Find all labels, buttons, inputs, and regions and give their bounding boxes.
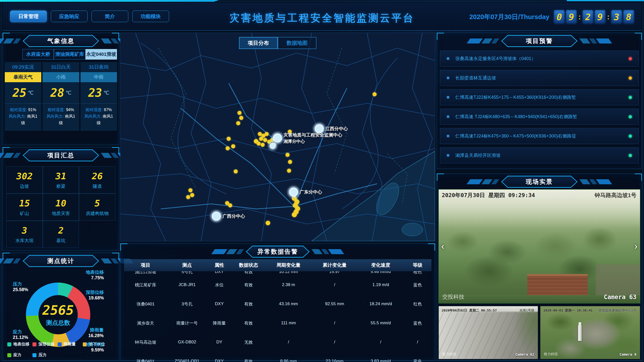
alerts-cell: 5号孔 (167, 271, 207, 275)
table-row[interactable]: 钟马高边坡GX-DB02DY无效//// (124, 333, 431, 352)
alerts-cell: 湄江口滑坡 (124, 271, 167, 275)
warning-list-item[interactable]: 湘潭县天易经开区滑坡 (440, 147, 639, 163)
alerts-cell: 10.12 mm (265, 271, 311, 274)
alerts-panel: 异常数据告警 项目测点属性数据状态周期变化量累计变化量变化速度等级 湄江口滑坡5… (120, 243, 435, 360)
nav-button-1[interactable]: 日常管理 (10, 11, 47, 22)
nav-button-3[interactable]: 简介 (92, 11, 128, 22)
status-dot-green (629, 115, 632, 118)
stat-label: 水库大坝 (15, 238, 33, 244)
stat-value: 31 (55, 171, 66, 181)
project-location-dot (188, 188, 192, 192)
donut-chart: 2565 测点总数 地表位移深部位移降雨量地下水位应力压力 地表位移7.75%深… (3, 267, 119, 358)
alerts-cell: 降雨量 (207, 320, 232, 326)
legend-label: 应力 (13, 352, 21, 358)
stat-桥梁: 31桥梁 (43, 166, 79, 194)
camera-brand-watermark: 致力科技 (544, 352, 558, 356)
map-tab-2[interactable]: 数据地图 (278, 37, 316, 49)
chart-callout-深部位移: 深部位移19.68% (86, 290, 104, 301)
carousel-prev-icon[interactable]: ‹ (441, 242, 444, 251)
star (621, 118, 621, 119)
weather-condition-chip: 小雨 (43, 72, 79, 82)
alerts-col-header: 数据状态 (232, 262, 265, 268)
map-marker-灾害地质与工程安全监测中心: 灾害地质与工程安全监测中心湘潭分中心 (273, 133, 282, 143)
alerts-cell: 有效 (232, 358, 265, 362)
star (636, 236, 637, 236)
star (232, 82, 233, 82)
legend-item-应力: 应力 (7, 352, 32, 358)
project-summary-title: 项目汇总 (23, 150, 99, 161)
header: 日常管理应急响应简介功能模块 灾害地质与工程安全智能监测云平台 2020年07月… (3, 3, 641, 31)
header-deco-right (581, 179, 610, 184)
weather-temperature: 25℃ (5, 82, 41, 104)
project-summary-panel: 项目汇总 302边坡31桥梁26隧道15矿山10地质灾害5房建构筑物3水库大坝2… (3, 147, 119, 251)
alerts-cell: 8.86 mm (265, 359, 311, 362)
alerts-cell: 钟马高边坡 (124, 339, 167, 345)
warning-list-item[interactable]: 长韶娄道林互通边坡 (440, 70, 639, 86)
alerts-cell: 雨量计一号 (167, 320, 207, 326)
alerts-cell: 2.38 m (265, 282, 311, 287)
stat-矿山: 15矿山 (6, 194, 43, 221)
project-location-dot (263, 138, 267, 142)
point-stats-panel: 测点统计 2565 测点总数 地表位移深部位移降雨量地下水位应力压力 地表位移7… (3, 253, 119, 360)
dashboard-root: 日常管理应急响应简介功能模块 灾害地质与工程安全智能监测云平台 2020年07月… (0, 0, 644, 362)
page-title: 灾害地质与工程安全智能监测云平台 (229, 11, 415, 25)
bullet-square-icon (447, 115, 449, 118)
alerts-cell: 桃江尾矿库 (124, 282, 167, 288)
stat-地质灾害: 10地质灾害 (43, 194, 79, 221)
star (0, 20, 1, 21)
camera-thumb-1[interactable]: 2020年06月02日 星期二 06:55:57 水坝1号坝 致力科技 Came… (438, 306, 538, 359)
camera-thumb-2[interactable]: 2020-06-01 星期一 10:36:41 荟底固体废物处理中心2号 致力科… (540, 306, 640, 359)
donut-ring: 2565 测点总数 (26, 283, 90, 347)
project-location-dot (259, 137, 263, 141)
map-tab-1[interactable]: 项目分布 (239, 37, 278, 49)
star (521, 65, 521, 65)
chart-callout-压力: 压力25.58% (13, 281, 28, 292)
alerts-cell: 23.16mm (311, 359, 357, 362)
project-summary-grid: 302边坡31桥梁26隧道15矿山10地质灾害5房建构筑物3水库大坝2基坑 (6, 166, 115, 248)
nav-button-4[interactable]: 功能模块 (132, 11, 169, 22)
table-row[interactable]: 湘乡壶天雨量计一号降雨量有效111 mm/55.5 mm/d蓝色 (124, 313, 431, 333)
weather-tab-3[interactable]: 永定0401滑坡 (86, 49, 117, 60)
alerts-cell: 水位 (207, 282, 232, 288)
table-row[interactable]: 张桑0401ZS0401-DB1DXY有效8.86 mm23.16mm3.83 … (124, 352, 431, 362)
alerts-cell: DXY (207, 271, 232, 274)
alerts-cell: 有效 (232, 320, 265, 326)
legend-swatch (58, 342, 62, 346)
clock-digit: 3 (611, 10, 622, 24)
clock-digit: 0 (554, 10, 565, 24)
alerts-table-body: 桃江尾矿库JCB-JR1水位有效2.38 m/1.19 m/d蓝色张桑04013… (124, 275, 431, 362)
stat-label: 边坡 (20, 183, 29, 189)
warnings-panel-title: 项目预警 (502, 35, 577, 47)
carousel-next-icon[interactable]: › (634, 242, 637, 251)
warning-list-item[interactable]: 仁博高速TJ24标K475+360～K475+500(K936+300)右侧路堤 (440, 128, 639, 144)
table-row[interactable]: 桃江尾矿库JCB-JR1水位有效2.38 m/1.19 m/d蓝色 (124, 275, 431, 294)
stat-房建构筑物: 5房建构筑物 (79, 194, 115, 221)
weather-tab-1[interactable]: 水府庙大桥 (22, 49, 54, 60)
table-row[interactable]: 张桑04013号孔DXY有效43.16 mm92.55 mm18.24 mm/d… (124, 294, 431, 313)
stat-value: 302 (16, 171, 33, 181)
camera-timestamp: 2020年07月30日 星期四 09:29:34 (442, 192, 535, 199)
main-camera-feed[interactable]: 2020年07月30日 星期四 09:29:34 钟马路高边坡1号 交投科技 C… (438, 189, 640, 303)
brick-building (527, 274, 588, 298)
alerts-cell: 3.83 mm/d (358, 359, 404, 362)
stat-value: 10 (55, 198, 66, 208)
alerts-cell: JCB-JR1 (167, 282, 207, 287)
stat-隧道: 26隧道 (79, 166, 115, 194)
weather-panel: 气象信息 水府庙大桥滑油洞尾矿库永定0401滑坡 09:29实况暴雨天气25℃相… (3, 33, 119, 145)
stat-value: 26 (92, 171, 103, 181)
clock-digit: 2 (583, 10, 593, 24)
legend-label: 深部位移 (38, 342, 55, 347)
alerts-cell: / (311, 282, 357, 287)
weather-tab-2[interactable]: 滑油洞尾矿库 (54, 49, 85, 60)
warning-list-item[interactable]: 张桑高速永定服务区4号滑坡体（0401） (440, 51, 639, 67)
warning-list-item[interactable]: 仁博高速TJ22标K455+175～K455+360(K916+200)右侧路堑 (440, 89, 639, 105)
legend-item-降雨量: 降雨量 (58, 342, 83, 347)
star (467, 323, 467, 323)
camera-brand-watermark: 致力科技 (442, 352, 456, 356)
camera-site-label: 水坝1号坝 (519, 308, 534, 313)
stat-label: 矿山 (20, 210, 29, 216)
warning-list-item[interactable]: 仁博高速 TJ24标K480+635～K480+940(K941+650)右侧路… (440, 109, 639, 125)
legend-swatch (32, 342, 36, 346)
project-location-dot (228, 203, 232, 207)
nav-button-2[interactable]: 应急响应 (51, 11, 88, 22)
